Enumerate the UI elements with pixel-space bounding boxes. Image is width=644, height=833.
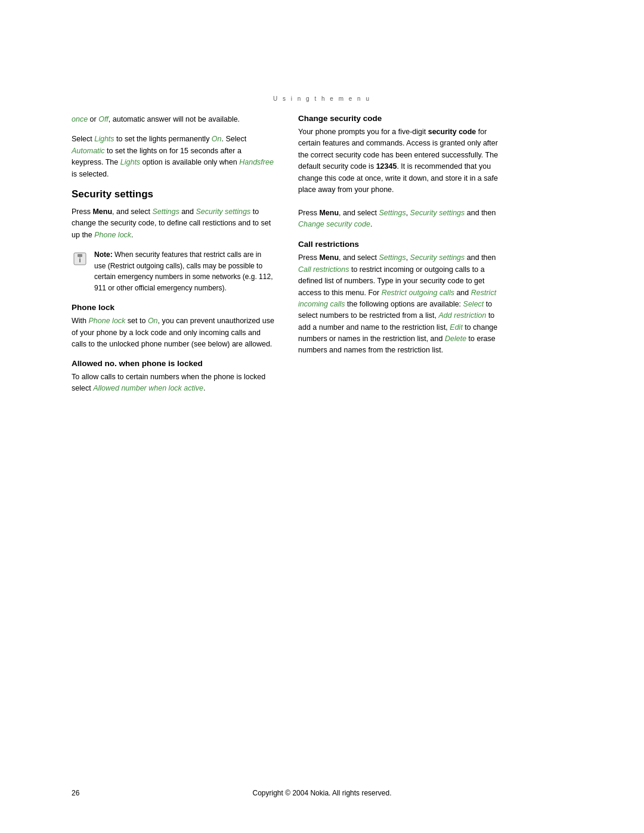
cs-your: Your phone prompts you for a five-digit: [298, 128, 428, 136]
phone-lock-body: With Phone lock set to On, you can preve…: [72, 315, 274, 350]
note-text: Note: When security features that restri…: [94, 249, 274, 293]
note-content: When security features that restrict cal…: [94, 250, 273, 292]
cs-menu: Menu: [319, 209, 339, 217]
sec-menu: Menu: [92, 208, 112, 216]
intro-perm: to set the lights permanently: [114, 135, 212, 143]
cs-12345: 12345: [376, 162, 397, 171]
allowed-no-heading: Allowed no. when phone is locked: [72, 359, 274, 368]
cr-select: Select: [463, 300, 484, 308]
change-security-heading: Change security code: [298, 114, 501, 123]
cr-press: Press: [298, 253, 319, 262]
pl-phone-lock: Phone lock: [88, 317, 125, 325]
sec-and-select: , and select: [112, 208, 152, 216]
sec-security-settings: Security settings: [196, 208, 250, 216]
intro-selected: is selected.: [72, 170, 109, 178]
call-restrictions-heading: Call restrictions: [298, 240, 501, 249]
cr-then: and then: [465, 253, 496, 262]
intro-off: Off: [98, 115, 109, 123]
cr-following: the following options are available:: [345, 300, 463, 308]
intro-avail: option is available only when: [140, 158, 239, 166]
note-icon: i: [72, 250, 88, 267]
sec-period: .: [131, 231, 133, 239]
note-label: Note:: [94, 250, 113, 259]
cr-select: , and select: [339, 253, 379, 262]
sec-and: and: [179, 208, 196, 216]
cs-sec-settings: Security settings: [410, 209, 465, 217]
allowed-no-body: To allow calls to certain numbers when t…: [72, 371, 274, 395]
cr-edit: Edit: [450, 323, 463, 332]
intro-lights: Lights: [94, 135, 114, 143]
cr-comma: ,: [406, 253, 410, 262]
phone-lock-heading: Phone lock: [72, 303, 274, 312]
cr-settings: Settings: [379, 253, 405, 262]
an-link: Allowed number when lock active: [93, 384, 203, 392]
intro-on: On: [212, 135, 222, 143]
sec-phone-lock: Phone lock: [94, 231, 131, 239]
svg-text:i: i: [79, 256, 80, 264]
cr-delete: Delete: [445, 335, 466, 343]
page-footer: 26 Copyright © 2004 Nokia. All rights re…: [0, 789, 644, 797]
intro-lights-paragraph: Select Lights to set the lights permanen…: [72, 134, 274, 180]
security-settings-body: Press Menu, and select Settings and Secu…: [72, 206, 274, 241]
footer-copyright: Copyright © 2004 Nokia. All rights reser…: [79, 789, 564, 797]
intro-once: once: [72, 115, 88, 123]
cr-call-rest: Call restrictions: [298, 265, 349, 274]
pl-on: On: [148, 317, 158, 325]
cr-and: and: [454, 289, 471, 297]
cr-add: Add restriction: [439, 311, 487, 320]
content-area: once or Off, automatic answer will not b…: [0, 114, 644, 394]
intro-select2: . Select: [222, 135, 247, 143]
change-security-body: Your phone prompts you for a five-digit …: [298, 126, 501, 230]
cs-security-code: security code: [428, 128, 476, 136]
page: U s i n g t h e m e n u once or Off, aut…: [0, 0, 644, 833]
pl-set-to: set to: [125, 317, 148, 325]
intro-select: Select: [72, 135, 94, 143]
cs-period: .: [370, 220, 372, 228]
page-number: 26: [72, 789, 79, 797]
pl-with: With: [72, 317, 88, 325]
security-settings-heading: Security settings: [72, 188, 274, 200]
sec-settings: Settings: [152, 208, 179, 216]
page-header: U s i n g t h e m e n u: [0, 0, 644, 114]
cr-restrict-out: Restrict outgoing calls: [382, 289, 454, 297]
left-column: once or Off, automatic answer will not b…: [72, 114, 274, 394]
note-box: i Note: When security features that rest…: [72, 249, 274, 293]
an-period: .: [203, 384, 205, 392]
call-restrictions-body: Press Menu, and select Settings, Securit…: [298, 252, 501, 356]
header-text: U s i n g t h e m e n u: [273, 95, 371, 102]
cs-select: , and select: [339, 209, 379, 217]
intro-or: or: [88, 115, 98, 123]
intro-paragraph: once or Off, automatic answer will not b…: [72, 114, 274, 125]
allowed-no-heading-text: Allowed no. when phone is locked: [72, 359, 203, 368]
cr-sec-settings: Security settings: [410, 253, 465, 262]
cs-press: Press: [298, 209, 319, 217]
intro-rest: , automatic answer will not be available…: [109, 115, 240, 123]
sec-press: Press: [72, 208, 92, 216]
cs-settings: Settings: [379, 209, 405, 217]
intro-lights2: Lights: [120, 158, 140, 166]
cs-change: Change security code: [298, 220, 370, 228]
intro-automatic: Automatic: [72, 147, 105, 155]
cr-menu: Menu: [319, 253, 339, 262]
intro-handsfree: Handsfree: [239, 158, 274, 166]
cs-comma: ,: [406, 209, 410, 217]
cs-and-then: and then: [465, 209, 496, 217]
right-column: Change security code Your phone prompts …: [298, 114, 501, 394]
